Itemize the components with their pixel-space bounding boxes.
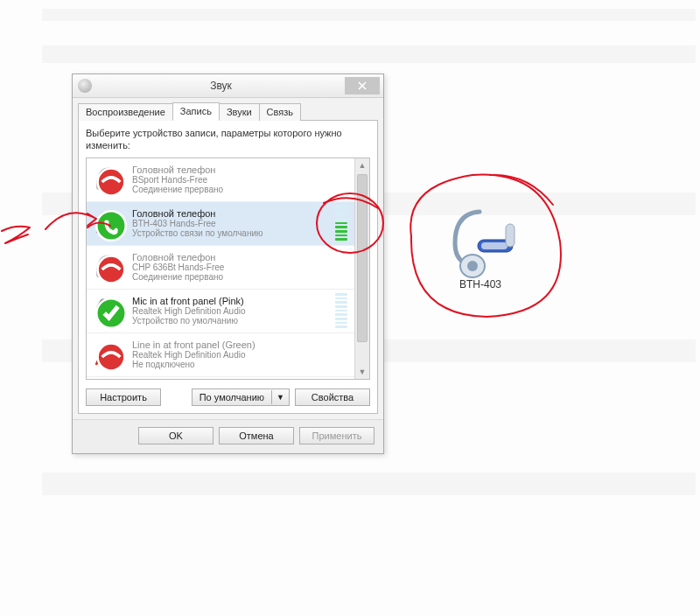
level-meter-icon <box>335 293 347 328</box>
page-decor <box>42 472 696 495</box>
device-list-item[interactable]: Line in at front panel (Green) Realtek H… <box>87 333 354 377</box>
device-list-item[interactable]: Mic in at front panel (Pink) Realtek Hig… <box>87 290 354 333</box>
device-name: Mic in at front panel (Pink) <box>132 296 328 306</box>
dialog-titlebar[interactable]: Звук <box>73 74 383 98</box>
svg-point-18 <box>98 344 125 371</box>
svg-rect-22 <box>481 242 508 249</box>
scroll-down-button[interactable]: ▼ <box>355 365 369 379</box>
sound-icon <box>78 79 92 93</box>
instruction-text: Выберите устройство записи, параметры ко… <box>86 128 370 152</box>
device-subtitle: Realtek High Definition Audio <box>132 350 328 360</box>
tab-panel-recording: Выберите устройство записи, параметры ко… <box>78 120 378 414</box>
set-default-label: По умолчанию <box>192 389 271 405</box>
device-list: Головной телефон BSport Hands-Free Соеди… <box>86 158 370 380</box>
dialog-title: Звук <box>97 80 345 92</box>
device-status: Не подключено <box>132 360 328 370</box>
device-subtitle: BTH-403 Hands-Free <box>132 219 328 229</box>
device-name: Головной телефон <box>132 164 328 175</box>
device-subtitle: Realtek High Definition Audio <box>132 306 328 317</box>
device-list-item[interactable]: Головной телефон BTH-403 Hands-Free Устр… <box>87 202 354 246</box>
svg-point-7 <box>96 211 125 240</box>
device-icon <box>92 206 125 240</box>
svg-rect-23 <box>506 224 514 247</box>
sound-dialog: Звук Воспроизведение Запись Звуки Связь … <box>72 74 384 454</box>
tab-strip: Воспроизведение Запись Звуки Связь <box>73 98 383 120</box>
configure-button[interactable]: Настроить <box>86 388 161 406</box>
ok-button[interactable]: OK <box>138 427 214 444</box>
device-status: Соединение прервано <box>132 272 328 283</box>
svg-point-11 <box>98 256 125 284</box>
scrollbar[interactable]: ▲ ▼ <box>354 158 369 379</box>
device-icon <box>92 294 125 327</box>
dialog-footer: OK Отмена Применить <box>73 419 383 453</box>
cancel-button[interactable]: Отмена <box>219 427 294 444</box>
device-list-item[interactable]: Головной телефон BSport Hands-Free Соеди… <box>87 158 354 202</box>
device-subtitle: BSport Hands-Free <box>132 175 328 186</box>
page-decor <box>42 9 696 21</box>
scroll-thumb[interactable] <box>357 174 368 342</box>
tab-communications[interactable]: Связь <box>259 103 301 121</box>
tab-recording[interactable]: Запись <box>172 102 220 121</box>
device-subtitle: CHP 636Bt Hands-Free <box>132 262 328 273</box>
device-status: Устройство по умолчанию <box>132 316 328 326</box>
chevron-down-icon[interactable]: ▼ <box>271 390 289 404</box>
device-status: Соединение прервано <box>132 185 328 195</box>
device-name: Головной телефон <box>132 252 328 262</box>
device-list-item[interactable]: Головной телефон CHP 636Bt Hands-Free Со… <box>87 246 354 290</box>
bluetooth-headset-image <box>438 205 525 285</box>
properties-button[interactable]: Свойства <box>295 388 370 406</box>
device-name: Головной телефон <box>132 208 328 219</box>
device-icon <box>92 163 125 196</box>
svg-point-20 <box>467 261 478 271</box>
device-icon <box>92 250 125 284</box>
page-decor <box>42 46 696 63</box>
tab-sounds[interactable]: Звуки <box>219 103 260 121</box>
set-default-button[interactable]: По умолчанию ▼ <box>192 388 290 406</box>
level-meter-icon <box>335 206 347 241</box>
svg-point-3 <box>98 169 125 196</box>
scroll-up-button[interactable]: ▲ <box>355 158 369 172</box>
bluetooth-device-label: BTH-403 <box>459 278 501 290</box>
close-button[interactable] <box>345 77 380 94</box>
apply-button: Применить <box>299 427 374 444</box>
device-status: Устройство связи по умолчанию <box>132 228 328 239</box>
device-icon <box>92 338 125 371</box>
device-name: Line in at front panel (Green) <box>132 340 328 350</box>
tab-playback[interactable]: Воспроизведение <box>78 103 173 121</box>
